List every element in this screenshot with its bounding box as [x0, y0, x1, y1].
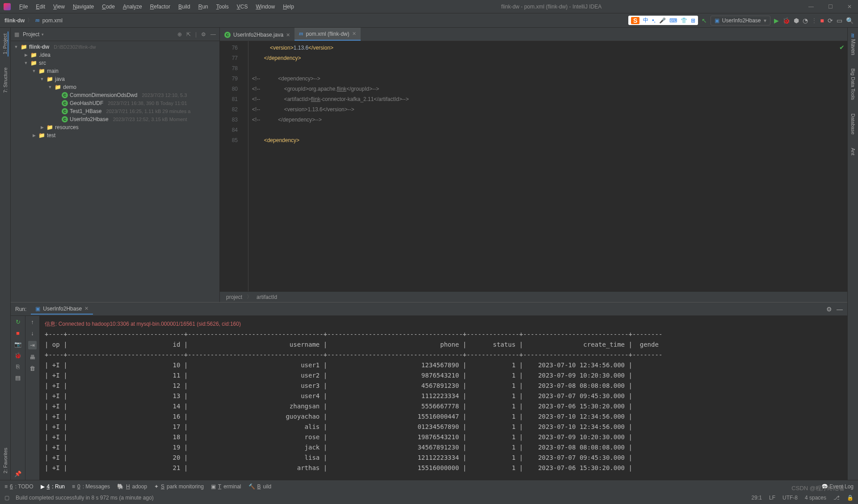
bottom-tab-Build[interactable]: 🔨 Build [248, 483, 272, 490]
maximize-button[interactable]: ☐ [825, 4, 836, 10]
run-config-label: UserInfo2Hbase [722, 17, 761, 24]
bottom-tab-6: TODO[interactable]: ≡ 6: TODO [4, 483, 34, 490]
left-gutter: 1: Project 7: Structure 2: Favorites [0, 28, 11, 480]
menu-analyze[interactable]: Analyze [120, 2, 145, 11]
menu-window[interactable]: Window [252, 2, 278, 11]
menu-build[interactable]: Build [175, 2, 193, 11]
exit-icon[interactable]: ⎘ [16, 363, 20, 370]
menu-edit[interactable]: Edit [33, 2, 48, 11]
rerun-icon[interactable]: ↻ [16, 319, 21, 325]
git-icon[interactable]: ⎇ [833, 495, 840, 501]
watermark: CSDN @程序终结者 [791, 484, 845, 492]
debug-button[interactable]: 🐞 [782, 17, 790, 24]
breadcrumb-root[interactable]: flink-dw [4, 17, 25, 24]
layout-button[interactable]: ▭ [837, 17, 842, 24]
bottom-bar: ≡ 6: TODO▶ 4: Run≡ 0: Messages🐘 Hadoop✦ … [0, 480, 858, 492]
stop-button[interactable]: ■ [820, 17, 824, 24]
hide-icon[interactable]: — [837, 306, 843, 313]
trash-icon[interactable]: 🗑 [29, 365, 35, 372]
menu-view[interactable]: View [50, 2, 68, 11]
run-button[interactable]: ▶ [774, 17, 779, 24]
editor-crumb: project 〉 artifactId [220, 291, 847, 302]
run-panel: Run: ▣ UserInfo2Hbase ✕ ⚙ — ↻ ■ 📷 🐞 ⎘ ▤ [11, 302, 847, 480]
bottom-tab-0: Messages[interactable]: ≡ 0: Messages [72, 483, 110, 490]
bottom-tab-Spark monitoring[interactable]: ✦ Spark monitoring [154, 483, 204, 490]
layout-icon[interactable]: ▤ [15, 374, 21, 381]
menu-file[interactable]: File [16, 2, 31, 11]
close-icon[interactable]: ✕ [352, 31, 356, 37]
close-icon[interactable]: ✕ [84, 306, 88, 311]
window-controls: — ☐ ✕ [806, 4, 854, 10]
gear-icon[interactable]: ⚙ [826, 306, 832, 313]
tab-maven[interactable]: m Maven [850, 31, 856, 57]
code-editor[interactable]: ✔ 76777879808182838485 <version>1.13.6</… [220, 41, 847, 291]
ime-toolbar[interactable]: S 中 •,🎤⌨👕⊞ [628, 16, 698, 25]
run-tools-left: ↻ ■ 📷 🐞 ⎘ ▤ 📌 [11, 316, 25, 480]
up-icon[interactable]: ↑ [31, 319, 34, 325]
print-icon[interactable]: 🖶 [29, 354, 35, 361]
build-button[interactable]: ↖ [702, 17, 707, 24]
update-button[interactable]: ⟳ [828, 17, 833, 24]
camera-icon[interactable]: 📷 [14, 341, 21, 348]
tab-project[interactable]: 1: Project [2, 31, 8, 56]
lock-icon[interactable]: 🔒 [847, 495, 854, 501]
status-message: Build completed successfully in 8 s 972 … [16, 495, 154, 501]
nav-bar: flink-dw 〉 m pom.xml S 中 •,🎤⌨👕⊞ ↖ ▣ User… [0, 13, 858, 28]
file-GeoHashUDF[interactable]: C GeoHashUDF2023/7/21 16:38, 390 B Today… [11, 99, 219, 107]
main-menu: FileEditViewNavigateCodeAnalyzeRefactorB… [16, 2, 297, 11]
search-button[interactable]: 🔍 [846, 17, 854, 24]
close-icon[interactable]: ✕ [286, 32, 290, 38]
menu-help[interactable]: Help [280, 2, 297, 11]
maven-icon: m [35, 17, 39, 24]
breadcrumb: flink-dw 〉 m pom.xml [4, 17, 63, 24]
menu-vcs[interactable]: VCS [234, 2, 251, 11]
console-output[interactable]: 信息: Connected to hadoop10:3306 at mysql-… [39, 316, 847, 480]
hide-icon[interactable]: — [210, 31, 216, 38]
inspection-ok-icon: ✔ [839, 44, 845, 51]
bottom-tab-4: Run[interactable]: ▶ 4: Run [41, 483, 65, 490]
tab-pom.xml (flink-dw)[interactable]: m pom.xml (flink-dw) ✕ [294, 28, 361, 41]
target-icon[interactable]: ⊕ [177, 31, 182, 38]
menu-navigate[interactable]: Navigate [70, 2, 97, 11]
tab-ant[interactable]: Ant [850, 146, 856, 158]
breadcrumb-file[interactable]: pom.xml [42, 17, 63, 24]
right-gutter: m Maven Big Data Tools Database Ant [847, 28, 858, 480]
file-UserInfo2Hbase[interactable]: C UserInfo2Hbase2023/7/23 12:52, 3.15 kB… [11, 115, 219, 123]
run-tools-left2: ↑ ↓ ⇥ 🖶 🗑 [25, 316, 39, 480]
stop-icon[interactable]: ■ [16, 330, 20, 336]
project-tree[interactable]: ▼📁 flink-dw D:\BD2302\flink-dw▶📁 .idea▼📁… [11, 41, 219, 302]
menu-code[interactable]: Code [99, 2, 118, 11]
gear-icon[interactable]: ⚙ [201, 31, 206, 38]
menu-run[interactable]: Run [195, 2, 211, 11]
tab-structure[interactable]: 7: Structure [3, 65, 8, 95]
close-button[interactable]: ✕ [845, 4, 854, 10]
app-icon [4, 3, 11, 10]
sogou-icon: S [631, 17, 639, 24]
file-CommonDimensionOdsDwd[interactable]: C CommonDimensionOdsDwd2023/7/23 12:10, … [11, 91, 219, 99]
project-panel: ▦ Project ▾ ⊕ ⇱ | ⚙ — ▼📁 flink-dw D:\BD2… [11, 28, 220, 302]
pin-icon[interactable]: 📌 [14, 470, 21, 477]
menu-refactor[interactable]: Refactor [147, 2, 173, 11]
title-bar: FileEditViewNavigateCodeAnalyzeRefactorB… [0, 0, 858, 13]
editor-tabs: C UserInfo2Hbase.java ✕m pom.xml (flink-… [220, 28, 847, 41]
file-Test1_HBase[interactable]: C Test1_HBase2023/7/21 16:25, 1.11 kB 29… [11, 107, 219, 115]
collapse-icon[interactable]: ⇱ [186, 31, 191, 38]
bottom-tab-Hadoop[interactable]: 🐘 Hadoop [117, 483, 147, 490]
run-tab[interactable]: ▣ UserInfo2Hbase ✕ [31, 304, 93, 315]
tab-database[interactable]: Database [850, 111, 856, 137]
wrap-icon[interactable]: ⇥ [28, 341, 37, 349]
panel-title[interactable]: Project ▾ [23, 31, 44, 38]
status-icon[interactable]: ▢ [4, 495, 9, 501]
run-config-selector[interactable]: ▣ UserInfo2Hbase ▾ [711, 16, 770, 25]
tab-favorites[interactable]: 2: Favorites [3, 445, 8, 475]
coverage-button[interactable]: ⬢ [794, 17, 799, 24]
tab-UserInfo2Hbase.java[interactable]: C UserInfo2Hbase.java ✕ [220, 29, 294, 41]
down-icon[interactable]: ↓ [31, 330, 34, 336]
profile-button[interactable]: ◔ [803, 17, 808, 24]
menu-tools[interactable]: Tools [213, 2, 232, 11]
bottom-tab-Terminal[interactable]: ▣ Terminal [211, 483, 241, 490]
window-title: flink-dw - pom.xml (flink-dw) - IntelliJ… [297, 4, 806, 10]
tab-bigdata[interactable]: Big Data Tools [850, 66, 856, 102]
bug-icon[interactable]: 🐞 [14, 352, 21, 359]
minimize-button[interactable]: — [806, 4, 816, 10]
